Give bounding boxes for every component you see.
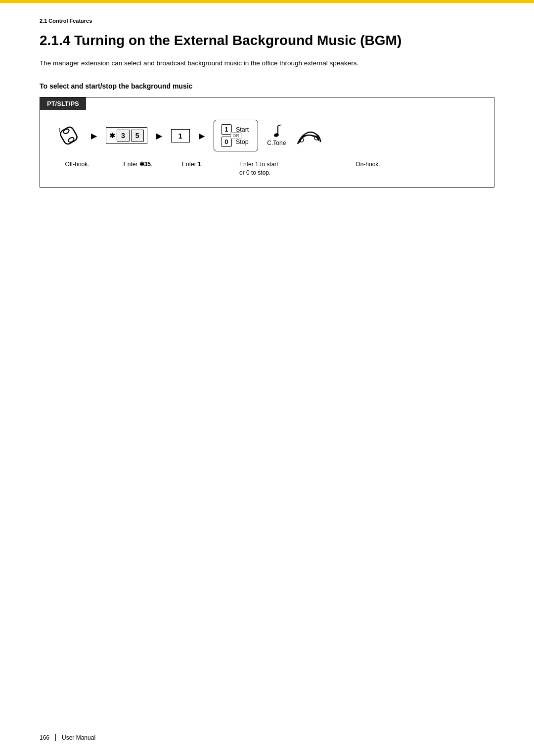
caption-enter-1-to-start: Enter 1 to start or 0 to stop. xyxy=(239,160,309,177)
page-number: 166 xyxy=(40,734,49,741)
choice-box: 1 Start OR 0 Stop xyxy=(214,120,258,151)
content-area: 2.1 Control Features 2.1.4 Turning on th… xyxy=(0,3,534,232)
caption-onhook: On-hook. xyxy=(348,160,388,169)
svg-point-1 xyxy=(62,128,69,135)
arrow-1: ▶ xyxy=(91,131,97,141)
diagram-row: ↑ ▶ ✱ 3 5 ▶ 1 ▶ xyxy=(40,120,494,151)
caption-offhook: Off-hook. xyxy=(55,160,99,169)
footer-divider xyxy=(55,734,56,741)
or-badge: OR xyxy=(230,132,241,139)
svg-line-5 xyxy=(278,125,282,126)
key-3: 3 xyxy=(117,130,130,142)
key-star: ✱ xyxy=(109,132,115,140)
caption-enter-1: Enter 1. xyxy=(173,160,212,169)
page-footer: 166 User Manual xyxy=(40,734,95,741)
svg-text:↑: ↑ xyxy=(58,126,61,134)
arrow-2: ▶ xyxy=(156,131,162,141)
key-group-star35: ✱ 3 5 xyxy=(106,127,147,144)
caption-enter-star35: Enter ✱35. xyxy=(108,160,168,169)
choice-stop-label: Stop xyxy=(236,139,249,145)
svg-point-6 xyxy=(274,133,279,138)
ctone-label: C.Tone xyxy=(267,140,286,146)
page-container: 2.1 Control Features 2.1.4 Turning on th… xyxy=(0,0,534,756)
offhook-phone-icon: ↑ xyxy=(55,125,82,147)
section-label: 2.1 Control Features xyxy=(40,18,494,24)
svg-rect-0 xyxy=(59,126,78,145)
key-5: 5 xyxy=(131,130,144,142)
music-note-icon xyxy=(271,125,282,139)
subsection-title: To select and start/stop the background … xyxy=(40,82,494,90)
svg-point-2 xyxy=(67,137,74,143)
manual-label: User Manual xyxy=(62,734,95,741)
caption-row: Off-hook. Enter ✱35. Enter 1. Enter 1 to… xyxy=(40,160,494,177)
key-enter-1: 1 xyxy=(171,129,190,142)
onhook-phone-icon xyxy=(295,125,322,147)
pt-label-bar: PT/SLT/PS xyxy=(40,97,86,110)
arrow-3: ▶ xyxy=(199,131,205,141)
pt-box: PT/SLT/PS xyxy=(40,97,494,188)
main-heading: 2.1.4 Turning on the External Background… xyxy=(40,33,494,48)
intro-text: The manager extension can select and bro… xyxy=(40,58,494,68)
ctone-area: C.Tone xyxy=(267,125,286,146)
